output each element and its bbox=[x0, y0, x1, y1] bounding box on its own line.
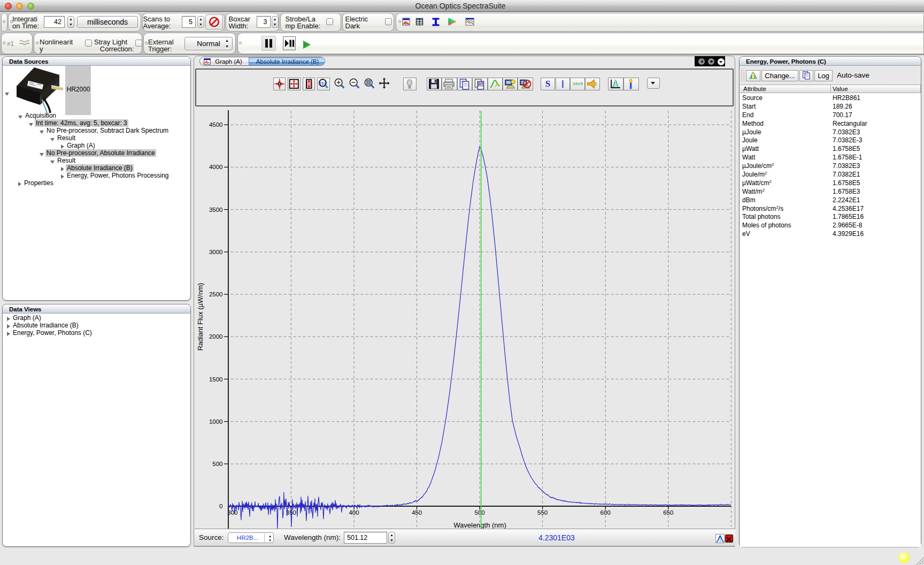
svg-text:650: 650 bbox=[663, 509, 673, 516]
svg-text:450: 450 bbox=[412, 509, 422, 516]
svg-text:Wavelength (nm): Wavelength (nm) bbox=[453, 521, 506, 529]
svg-text:4500: 4500 bbox=[209, 121, 223, 128]
svg-text:400: 400 bbox=[349, 509, 359, 516]
svg-text:3500: 3500 bbox=[209, 207, 223, 213]
svg-text:213: 213 bbox=[319, 81, 327, 86]
svg-text:500: 500 bbox=[475, 509, 485, 516]
svg-text:0: 0 bbox=[219, 503, 222, 509]
svg-text:1000: 1000 bbox=[209, 418, 223, 425]
svg-text:300: 300 bbox=[227, 509, 237, 516]
svg-text:550: 550 bbox=[537, 509, 548, 516]
svg-text:Radiant Flux (µW/nm): Radiant Flux (µW/nm) bbox=[196, 283, 204, 351]
svg-text:500: 500 bbox=[212, 461, 222, 467]
svg-text:4000: 4000 bbox=[209, 164, 223, 170]
svg-text:2500: 2500 bbox=[209, 291, 223, 297]
svg-text:600: 600 bbox=[600, 509, 611, 516]
svg-text:1500: 1500 bbox=[209, 376, 223, 383]
svg-text:2000: 2000 bbox=[209, 333, 223, 340]
svg-text:3000: 3000 bbox=[209, 249, 223, 255]
